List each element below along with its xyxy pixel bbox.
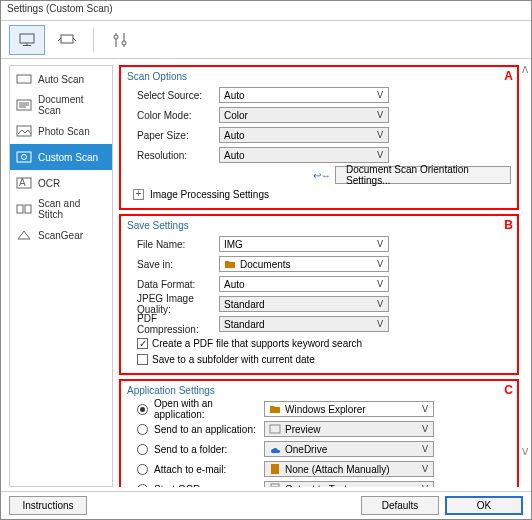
annotation-b: B xyxy=(504,218,513,232)
svg-point-7 xyxy=(122,41,126,45)
keyword-search-checkbox[interactable]: ✓ xyxy=(137,338,148,349)
expander-plus-icon: + xyxy=(133,189,144,200)
annotation-c: C xyxy=(504,383,513,397)
start-ocr-label: Start OCR: xyxy=(154,484,264,488)
send-to-folder-combo[interactable]: OneDriveᐯ xyxy=(264,441,434,457)
toolbar-general-settings-icon[interactable] xyxy=(102,25,138,55)
svg-rect-8 xyxy=(17,75,31,83)
instructions-button[interactable]: Instructions xyxy=(9,496,87,515)
chevron-down-icon: ᐯ xyxy=(374,239,386,249)
toolbar xyxy=(1,21,531,59)
save-in-label: Save in: xyxy=(127,259,219,270)
ocr-icon: A xyxy=(16,176,32,190)
output-text-icon xyxy=(269,483,281,487)
resolution-label: Resolution: xyxy=(127,150,219,161)
orientation-arrow-icon: ↩↔ xyxy=(313,170,331,181)
resolution-combo[interactable]: Autoᐯ xyxy=(219,147,389,163)
chevron-down-icon: ᐯ xyxy=(374,90,386,100)
open-with-app-combo[interactable]: Windows Explorerᐯ xyxy=(264,401,434,417)
start-ocr-combo[interactable]: Output to Textᐯ xyxy=(264,481,434,487)
data-format-label: Data Format: xyxy=(127,279,219,290)
send-to-app-radio[interactable] xyxy=(137,424,148,435)
color-mode-combo[interactable]: Colorᐯ xyxy=(219,107,389,123)
toolbar-scan-from-computer-icon[interactable] xyxy=(9,25,45,55)
svg-rect-19 xyxy=(25,205,31,213)
sidebar: Auto Scan Document Scan Photo Scan Custo… xyxy=(9,65,113,487)
chevron-down-icon: ᐯ xyxy=(419,484,431,487)
defaults-button[interactable]: Defaults xyxy=(361,496,439,515)
sidebar-item-label: Scan and Stitch xyxy=(38,198,106,220)
attach-email-radio[interactable] xyxy=(137,464,148,475)
orientation-settings-button[interactable]: Document Scan Orientation Settings... xyxy=(335,166,511,184)
chevron-down-icon: ᐯ xyxy=(374,259,386,269)
sidebar-item-custom-scan[interactable]: Custom Scan xyxy=(10,144,112,170)
section-scan-options: A Scan Options Select Source: Autoᐯ Colo… xyxy=(119,65,519,210)
annotation-a: A xyxy=(504,69,513,83)
jpeg-quality-combo[interactable]: Standardᐯ xyxy=(219,296,389,312)
toolbar-divider xyxy=(93,28,94,52)
save-in-combo[interactable]: Documentsᐯ xyxy=(219,256,389,272)
section-application-settings: C Application Settings Open with an appl… xyxy=(119,379,519,487)
stitch-icon xyxy=(16,202,32,216)
sidebar-item-scan-and-stitch[interactable]: Scan and Stitch xyxy=(10,196,112,222)
main-panel: A Scan Options Select Source: Autoᐯ Colo… xyxy=(119,65,523,487)
open-with-app-label: Open with an application: xyxy=(154,398,264,420)
sidebar-item-label: ScanGear xyxy=(38,230,83,241)
toolbar-scan-from-panel-icon[interactable] xyxy=(49,25,85,55)
photo-scan-icon xyxy=(16,124,32,138)
onedrive-icon xyxy=(269,443,281,455)
sidebar-item-label: Custom Scan xyxy=(38,152,98,163)
subfolder-date-checkbox[interactable] xyxy=(137,354,148,365)
document-scan-icon xyxy=(16,98,32,112)
sidebar-item-label: Document Scan xyxy=(38,94,106,116)
pdf-compression-label: PDF Compression: xyxy=(127,313,219,335)
sidebar-item-photo-scan[interactable]: Photo Scan xyxy=(10,118,112,144)
chevron-down-icon: ᐯ xyxy=(419,404,431,414)
chevron-down-icon: ᐯ xyxy=(419,444,431,454)
chevron-down-icon: ᐯ xyxy=(419,424,431,434)
ok-button[interactable]: OK xyxy=(445,496,523,515)
dialog-body: Auto Scan Document Scan Photo Scan Custo… xyxy=(1,59,531,491)
pdf-compression-combo[interactable]: Standardᐯ xyxy=(219,316,389,332)
application-settings-title: Application Settings xyxy=(127,385,511,396)
scan-options-title: Scan Options xyxy=(127,71,511,82)
chevron-down-icon: ᐯ xyxy=(374,130,386,140)
open-with-app-radio[interactable] xyxy=(137,404,148,415)
sidebar-item-document-scan[interactable]: Document Scan xyxy=(10,92,112,118)
explorer-icon xyxy=(269,403,281,415)
attach-email-combo[interactable]: None (Attach Manually)ᐯ xyxy=(264,461,434,477)
auto-scan-icon xyxy=(16,72,32,86)
chevron-down-icon: ᐯ xyxy=(374,150,386,160)
chevron-down-icon: ᐯ xyxy=(374,319,386,329)
file-name-combo[interactable]: IMGᐯ xyxy=(219,236,389,252)
jpeg-quality-label: JPEG Image Quality: xyxy=(127,293,219,315)
select-source-combo[interactable]: Autoᐯ xyxy=(219,87,389,103)
svg-point-6 xyxy=(114,35,118,39)
image-processing-expander[interactable]: + Image Processing Settings xyxy=(127,186,511,202)
svg-point-15 xyxy=(22,155,27,160)
data-format-combo[interactable]: Autoᐯ xyxy=(219,276,389,292)
sidebar-item-label: Photo Scan xyxy=(38,126,90,137)
attach-icon xyxy=(269,463,281,475)
paper-size-combo[interactable]: Autoᐯ xyxy=(219,127,389,143)
custom-scan-icon xyxy=(16,150,32,164)
start-ocr-radio[interactable] xyxy=(137,484,148,488)
sidebar-item-scangear[interactable]: ScanGear xyxy=(10,222,112,248)
sidebar-item-auto-scan[interactable]: Auto Scan xyxy=(10,66,112,92)
section-save-settings: B Save Settings File Name: IMGᐯ Save in:… xyxy=(119,214,519,375)
svg-rect-18 xyxy=(17,205,23,213)
window-title: Settings (Custom Scan) xyxy=(1,1,531,21)
subfolder-date-label: Save to a subfolder with current date xyxy=(152,354,315,365)
svg-rect-21 xyxy=(271,464,279,474)
settings-window: Settings (Custom Scan) Auto Scan Documen… xyxy=(0,0,532,520)
select-source-label: Select Source: xyxy=(127,90,219,101)
paper-size-label: Paper Size: xyxy=(127,130,219,141)
keyword-search-label: Create a PDF file that supports keyword … xyxy=(152,338,362,349)
expander-label: Image Processing Settings xyxy=(150,189,269,200)
chevron-down-icon: ᐯ xyxy=(374,279,386,289)
file-name-label: File Name: xyxy=(127,239,219,250)
send-to-folder-radio[interactable] xyxy=(137,444,148,455)
send-to-app-label: Send to an application: xyxy=(154,424,264,435)
sidebar-item-ocr[interactable]: A OCR xyxy=(10,170,112,196)
send-to-app-combo[interactable]: Previewᐯ xyxy=(264,421,434,437)
